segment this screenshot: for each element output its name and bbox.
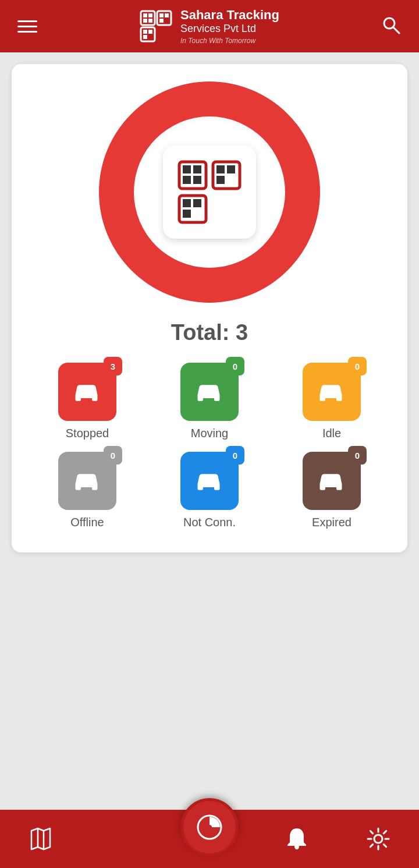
main-content: Total: 3 3 Stopped: [0, 52, 419, 810]
badge-expired: 0: [348, 446, 367, 465]
settings-icon: [365, 826, 391, 852]
svg-point-34: [374, 835, 382, 843]
status-icon-wrap-not-conn: 0: [180, 452, 239, 510]
svg-rect-20: [193, 176, 201, 184]
logo-tagline: In Touch With Tomorrow: [180, 37, 279, 45]
label-offline: Offline: [70, 516, 104, 529]
label-idle: Idle: [322, 427, 341, 440]
car-icon-offline: [70, 466, 105, 495]
svg-rect-12: [148, 30, 152, 34]
label-not-conn: Not Conn.: [183, 516, 236, 529]
svg-rect-4: [143, 19, 147, 23]
inner-circle: [134, 116, 285, 268]
total-count-label: Total: 3: [171, 320, 248, 345]
label-expired: Expired: [312, 516, 351, 529]
car-icon-idle: [314, 377, 349, 406]
search-button[interactable]: [381, 15, 402, 38]
car-icon-not-conn: [192, 466, 227, 495]
svg-rect-18: [193, 165, 201, 173]
car-icon-moving: [192, 377, 227, 406]
svg-point-33: [207, 825, 212, 830]
badge-stopped: 3: [104, 357, 122, 375]
svg-rect-5: [148, 19, 152, 23]
logo-sub-name: Services Pvt Ltd: [180, 23, 279, 36]
nav-dashboard-button[interactable]: [180, 798, 239, 856]
svg-rect-27: [193, 199, 201, 207]
svg-rect-9: [159, 19, 164, 23]
status-icon-wrap-stopped: 3: [58, 363, 116, 421]
svg-rect-13: [143, 35, 147, 39]
status-icon-wrap-offline: 0: [58, 452, 116, 510]
status-item-idle[interactable]: 0 Idle: [279, 363, 384, 440]
logo-badge: [163, 146, 256, 239]
svg-rect-3: [148, 13, 152, 17]
svg-rect-28: [183, 210, 191, 218]
dashboard-icon: [194, 812, 225, 842]
menu-button[interactable]: [17, 20, 37, 33]
logo-text: Sahara Tracking Services Pvt Ltd In Touc…: [180, 8, 279, 45]
logo-icon: [139, 9, 173, 44]
svg-marker-29: [31, 828, 50, 849]
badge-offline: 0: [104, 446, 122, 465]
bottom-nav: [0, 810, 419, 868]
svg-rect-2: [143, 13, 147, 17]
status-item-offline[interactable]: 0 Offline: [35, 452, 140, 529]
label-stopped: Stopped: [66, 427, 109, 440]
logo-main-name: Sahara Tracking: [180, 8, 279, 23]
dashboard-card: Total: 3 3 Stopped: [12, 64, 407, 552]
status-icon-wrap-idle: 0: [303, 363, 361, 421]
badge-moving: 0: [226, 357, 244, 375]
svg-rect-23: [227, 165, 235, 173]
logo-circle: [99, 82, 320, 303]
svg-rect-11: [143, 30, 147, 34]
map-icon: [28, 826, 54, 852]
brand-logo-svg: [175, 157, 244, 227]
app-logo: Sahara Tracking Services Pvt Ltd In Touc…: [139, 8, 279, 45]
status-item-not-conn[interactable]: 0 Not Conn.: [157, 452, 262, 529]
search-icon: [381, 15, 402, 36]
car-icon-expired: [314, 466, 349, 495]
svg-rect-17: [183, 165, 191, 173]
outer-circle: [99, 82, 320, 303]
badge-not-conn: 0: [226, 446, 244, 465]
svg-rect-19: [183, 176, 191, 184]
svg-rect-24: [216, 176, 225, 184]
nav-settings-button[interactable]: [355, 816, 402, 862]
status-item-expired[interactable]: 0 Expired: [279, 452, 384, 529]
badge-idle: 0: [348, 357, 367, 375]
nav-map-button[interactable]: [17, 816, 64, 862]
status-grid: 3 Stopped 0 Moving: [35, 363, 384, 529]
app-header: Sahara Tracking Services Pvt Ltd In Touc…: [0, 0, 419, 52]
bell-icon: [284, 826, 310, 852]
status-item-stopped[interactable]: 3 Stopped: [35, 363, 140, 440]
svg-line-15: [393, 27, 399, 33]
status-item-moving[interactable]: 0 Moving: [157, 363, 262, 440]
car-icon-stopped: [70, 377, 105, 406]
svg-rect-26: [183, 199, 191, 207]
svg-rect-8: [165, 13, 169, 17]
label-moving: Moving: [191, 427, 228, 440]
status-icon-wrap-moving: 0: [180, 363, 239, 421]
svg-rect-22: [216, 165, 225, 173]
nav-alerts-button[interactable]: [274, 816, 320, 862]
svg-rect-7: [159, 13, 164, 17]
status-icon-wrap-expired: 0: [303, 452, 361, 510]
